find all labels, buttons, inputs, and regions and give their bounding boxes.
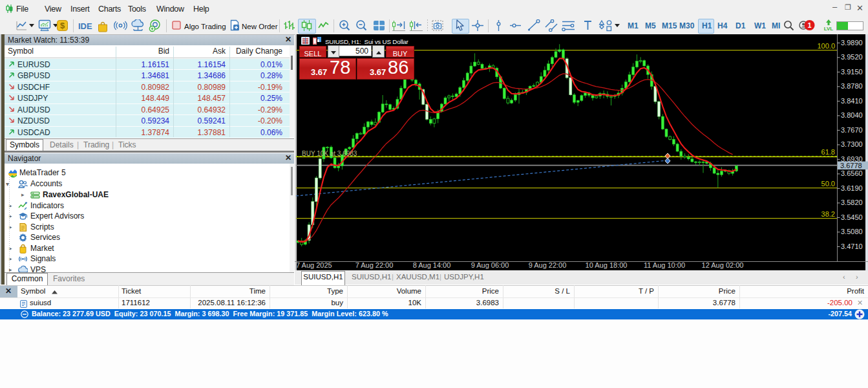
svg-text:3.6778: 3.6778 — [840, 162, 862, 169]
svg-text:LVL: LVL — [824, 26, 834, 32]
svg-text:3.9890: 3.9890 — [841, 39, 863, 47]
svg-text:9 Aug 22:00: 9 Aug 22:00 — [529, 261, 567, 269]
svg-text:9 Aug 06:00: 9 Aug 06:00 — [471, 261, 509, 269]
svg-text:12 Aug 02:00: 12 Aug 02:00 — [702, 261, 744, 269]
svg-text:10 Aug 18:00: 10 Aug 18:00 — [586, 261, 628, 269]
svg-text:3.5450: 3.5450 — [841, 213, 863, 221]
svg-text:BUY 10K at 3.6983: BUY 10K at 3.6983 — [302, 150, 357, 157]
svg-text:50.0: 50.0 — [821, 180, 835, 188]
svg-text:3.9520: 3.9520 — [841, 53, 863, 61]
svg-text:3.8410: 3.8410 — [841, 97, 863, 105]
svg-text:3.6560: 3.6560 — [841, 169, 863, 177]
svg-text:7 Aug 22:00: 7 Aug 22:00 — [355, 261, 394, 269]
svg-text:8 Aug 14:00: 8 Aug 14:00 — [413, 261, 451, 269]
svg-text:3.8780: 3.8780 — [841, 82, 863, 90]
svg-text:3.5080: 3.5080 — [841, 228, 863, 235]
svg-text:7 Aug 2025: 7 Aug 2025 — [296, 261, 332, 269]
svg-text:$: $ — [60, 21, 65, 30]
svg-text:3.4710: 3.4710 — [841, 242, 863, 250]
svg-text:38.2: 38.2 — [821, 210, 835, 218]
svg-text:1: 1 — [807, 21, 811, 29]
svg-text:3.8040: 3.8040 — [841, 111, 863, 119]
svg-text:61.8: 61.8 — [821, 148, 835, 156]
svg-text:11 Aug 10:00: 11 Aug 10:00 — [644, 261, 685, 269]
svg-text:100.0: 100.0 — [817, 42, 835, 50]
svg-text:3.7300: 3.7300 — [841, 140, 863, 148]
svg-text:3.6190: 3.6190 — [841, 184, 863, 192]
svg-text:3.9150: 3.9150 — [841, 68, 863, 76]
svg-text:3.7670: 3.7670 — [841, 126, 863, 134]
svg-text:3.5820: 3.5820 — [841, 199, 863, 206]
